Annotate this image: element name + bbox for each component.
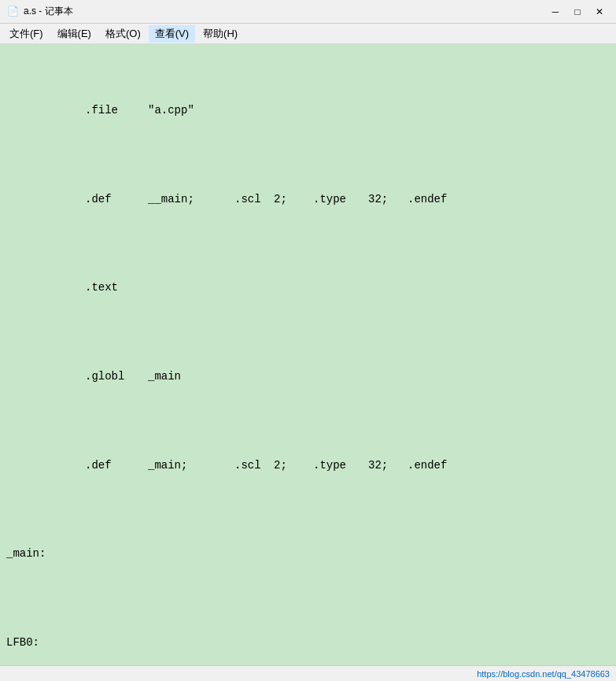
- code-line-def-main2: .def_main;.scl2;.type32;.endef: [6, 457, 610, 475]
- title-bar-left: 📄 a.s - 记事本: [6, 5, 73, 18]
- code-line-globl: .globl_main: [6, 368, 610, 386]
- code-line-file: .file"a.cpp": [6, 102, 610, 120]
- code-line-main-label: _main:: [6, 545, 610, 563]
- title-bar: 📄 a.s - 记事本 ─ □ ✕: [0, 0, 616, 24]
- code-line-def-main: .def__main;.scl2;.type32;.endef: [6, 191, 610, 209]
- menu-format[interactable]: 格式(O): [99, 25, 147, 43]
- status-url: https://blog.csdn.net/qq_43478663: [477, 669, 610, 679]
- maximize-button[interactable]: □: [567, 4, 588, 20]
- status-bar: https://blog.csdn.net/qq_43478663: [0, 665, 616, 681]
- menu-bar: 文件(F) 编辑(E) 格式(O) 查看(V) 帮助(H): [0, 24, 616, 44]
- window-controls: ─ □ ✕: [545, 4, 610, 20]
- main-window: 📄 a.s - 记事本 ─ □ ✕ 文件(F) 编辑(E) 格式(O) 查看(V…: [0, 0, 616, 681]
- code-line-lfb0: LFB0:: [6, 634, 610, 652]
- menu-view[interactable]: 查看(V): [149, 25, 195, 43]
- app-icon: 📄: [6, 6, 19, 18]
- menu-help[interactable]: 帮助(H): [197, 25, 244, 43]
- menu-edit[interactable]: 编辑(E): [51, 25, 98, 43]
- menu-file[interactable]: 文件(F): [3, 25, 50, 43]
- code-line-text: .text: [6, 279, 610, 297]
- code-block: .file"a.cpp" .def__main;.scl2;.type32;.e…: [6, 49, 610, 665]
- minimize-button[interactable]: ─: [545, 4, 566, 20]
- window-title: a.s - 记事本: [24, 5, 73, 18]
- content-area[interactable]: .file"a.cpp" .def__main;.scl2;.type32;.e…: [0, 44, 616, 665]
- close-button[interactable]: ✕: [589, 4, 610, 20]
